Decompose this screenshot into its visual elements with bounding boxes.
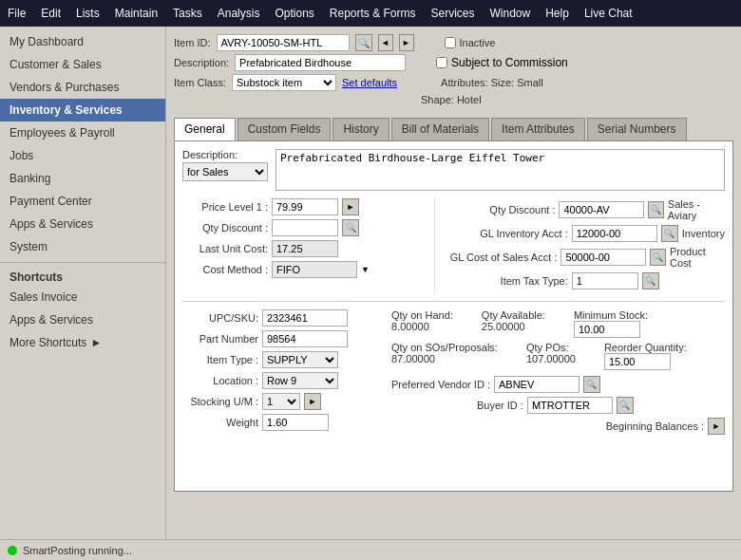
- sidebar-item-apps[interactable]: Apps & Services: [0, 213, 165, 235]
- more-shortcuts-button[interactable]: More Shortcuts ►: [0, 331, 165, 354]
- stocking-arrow-button[interactable]: ►: [304, 393, 321, 410]
- subject-commission-label: Subject to Commission: [451, 56, 568, 69]
- shortcut-apps-services[interactable]: Apps & Services: [0, 308, 165, 331]
- part-number-label: Part Number: [182, 333, 258, 345]
- description-label: Description:: [174, 57, 229, 68]
- menu-tasks[interactable]: Tasks: [173, 7, 202, 20]
- part-number-input[interactable]: [262, 330, 348, 347]
- buyer-id-search-button[interactable]: 🔍: [617, 397, 634, 414]
- tab-history[interactable]: History: [332, 118, 389, 140]
- stocking-label: Stocking U/M :: [182, 396, 258, 407]
- menu-maintain[interactable]: Maintain: [115, 7, 158, 20]
- shortcut-sales-invoice[interactable]: Sales Invoice: [0, 286, 165, 308]
- qty-discount-right-input[interactable]: [559, 201, 644, 218]
- sidebar-item-banking[interactable]: Banking: [0, 167, 165, 190]
- menu-lists[interactable]: Lists: [76, 7, 100, 20]
- item-id-search-button[interactable]: 🔍: [355, 34, 372, 51]
- preferred-vendor-label: Preferred Vendor ID :: [391, 379, 490, 390]
- menu-options[interactable]: Options: [275, 7, 314, 20]
- tab-bill-of-materials[interactable]: Bill of Materials: [391, 118, 489, 140]
- qty-available-value: 25.00000: [482, 321, 545, 332]
- qty-discount-search-button[interactable]: 🔍: [342, 219, 359, 236]
- beginning-balances-button[interactable]: ►: [708, 418, 725, 435]
- tab-custom-fields[interactable]: Custom Fields: [238, 118, 332, 140]
- gl-inventory-label: GL Inventory Acct :: [445, 228, 568, 239]
- last-unit-cost-label: Last Unit Cost:: [182, 243, 268, 254]
- for-sales-select[interactable]: for Sales: [182, 162, 268, 181]
- location-select[interactable]: Row 9: [262, 372, 338, 389]
- sidebar-item-customer-sales[interactable]: Customer & Sales: [0, 53, 165, 76]
- minimum-stock-input[interactable]: [574, 321, 640, 338]
- gl-inventory-input[interactable]: [572, 225, 657, 242]
- item-tax-search-button[interactable]: 🔍: [642, 272, 659, 289]
- gl-inventory-search-button[interactable]: 🔍: [661, 225, 678, 242]
- sidebar-item-inventory[interactable]: Inventory & Services: [0, 99, 165, 121]
- price-level-label: Price Level 1 :: [182, 201, 268, 213]
- tab-general[interactable]: General: [174, 118, 236, 140]
- sidebar-item-dashboard[interactable]: My Dashboard: [0, 30, 165, 53]
- qty-on-hand-label: Qty on Hand:: [391, 309, 453, 321]
- more-shortcuts-icon: ►: [90, 336, 102, 349]
- menu-window[interactable]: Window: [490, 7, 531, 20]
- item-class-select[interactable]: Substock item: [232, 74, 336, 91]
- shortcuts-title: Shortcuts: [0, 267, 165, 286]
- weight-label: Weight: [182, 417, 258, 428]
- inactive-label: Inactive: [460, 37, 496, 48]
- gl-cost-input[interactable]: [560, 249, 646, 266]
- upc-label: UPC/SKU:: [182, 312, 258, 324]
- qty-discount-right-label: Qty Discount :: [445, 204, 556, 215]
- item-tax-label: Item Tax Type:: [445, 275, 568, 287]
- item-id-next-button[interactable]: ►: [399, 34, 414, 51]
- qty-available-label: Qty Available:: [482, 309, 545, 321]
- item-tax-input[interactable]: [572, 272, 638, 289]
- menu-edit[interactable]: Edit: [41, 7, 61, 20]
- subject-commission-checkbox[interactable]: [436, 57, 447, 68]
- sidebar-item-jobs[interactable]: Jobs: [0, 144, 165, 167]
- tabs-container: General Custom Fields History Bill of Ma…: [174, 118, 733, 140]
- preferred-vendor-search-button[interactable]: 🔍: [583, 376, 600, 393]
- gl-cost-search-button[interactable]: 🔍: [650, 249, 666, 266]
- item-id-input[interactable]: [217, 34, 350, 51]
- preferred-vendor-input[interactable]: [494, 376, 580, 393]
- weight-input[interactable]: [262, 414, 329, 431]
- description-input[interactable]: [235, 54, 406, 71]
- sidebar-item-vendors[interactable]: Vendors & Purchases: [0, 76, 165, 99]
- qty-on-hand-value: 8.00000: [391, 321, 453, 332]
- menu-bar: File Edit Lists Maintain Tasks Analysis …: [0, 0, 741, 27]
- stocking-select[interactable]: 1: [262, 393, 300, 410]
- reorder-qty-input[interactable]: [604, 353, 671, 370]
- description-textarea[interactable]: Prefabricated Birdhouse-Large Eiffel Tow…: [276, 149, 725, 191]
- status-text: SmartPosting running...: [23, 545, 132, 556]
- menu-analysis[interactable]: Analysis: [218, 7, 260, 20]
- price-level-arrow-button[interactable]: ►: [342, 198, 359, 215]
- menu-help[interactable]: Help: [545, 7, 569, 20]
- price-level-input[interactable]: [272, 198, 338, 215]
- buyer-id-input[interactable]: [527, 397, 613, 414]
- menu-live-chat[interactable]: Live Chat: [584, 7, 633, 20]
- qty-pos-label: Qty POs:: [526, 342, 576, 353]
- sidebar-item-employees[interactable]: Employees & Payroll: [0, 121, 165, 144]
- inactive-checkbox[interactable]: [445, 37, 456, 48]
- form-panel: Description: for Sales Prefabricated Bir…: [174, 140, 733, 492]
- sidebar-item-payment[interactable]: Payment Center: [0, 190, 165, 213]
- item-id-prev-button[interactable]: ◄: [378, 34, 393, 51]
- item-type-select[interactable]: SUPPLY: [262, 351, 338, 368]
- qty-discount-input[interactable]: [272, 219, 338, 236]
- menu-file[interactable]: File: [8, 7, 26, 20]
- item-class-label: Item Class:: [174, 77, 226, 88]
- item-id-label: Item ID:: [174, 37, 211, 48]
- attributes-text2: Shape: Hotel: [421, 94, 482, 105]
- tab-item-attributes[interactable]: Item Attributes: [491, 118, 585, 140]
- tab-serial-numbers[interactable]: Serial Numbers: [587, 118, 687, 140]
- sidebar: My Dashboard Customer & Sales Vendors & …: [0, 27, 166, 560]
- qty-discount-right-search-button[interactable]: 🔍: [648, 201, 663, 218]
- set-defaults-link[interactable]: Set defaults: [342, 77, 397, 88]
- reorder-qty-label: Reorder Quantity:: [604, 342, 687, 353]
- upc-input[interactable]: [262, 309, 348, 327]
- content-area: Item ID: 🔍 ◄ ► Inactive Description:: [166, 27, 741, 560]
- sidebar-item-system[interactable]: System: [0, 235, 165, 258]
- location-label: Location :: [182, 375, 258, 386]
- menu-services[interactable]: Services: [431, 7, 475, 20]
- menu-reports[interactable]: Reports & Forms: [330, 7, 416, 20]
- item-type-label: Item Type :: [182, 354, 258, 365]
